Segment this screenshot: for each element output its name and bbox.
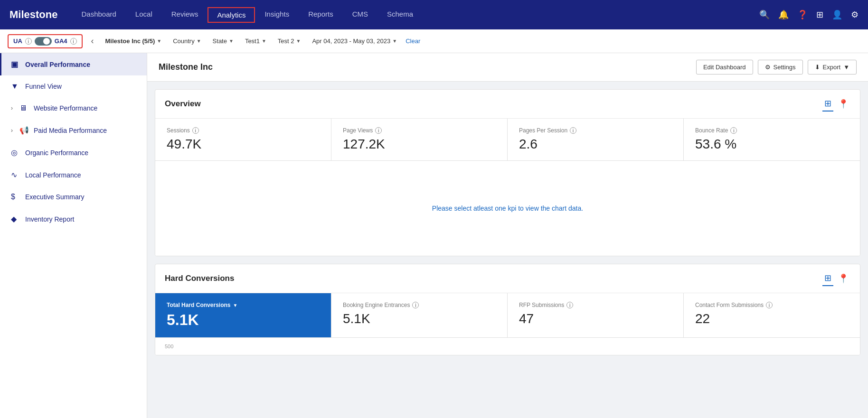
sessions-info-icon[interactable]: i [192,127,199,134]
brand-logo[interactable]: Milestone [9,9,57,21]
overview-view-icons: ⊞ 📍 [822,96,850,111]
total-hard-dropdown-icon[interactable]: ▼ [233,303,237,308]
pps-info-icon[interactable]: i [570,127,576,134]
hard-conversions-header: Hard Conversions ⊞ 📍 [155,264,860,293]
main-content: Milestone Inc Edit Dashboard ⚙ Settings … [147,53,868,418]
nav-reports[interactable]: Reports [299,6,343,23]
nav-insights[interactable]: Insights [255,6,299,23]
sidebar-label-executive: Executive Summary [25,193,84,201]
back-button[interactable]: ‹ [88,35,97,47]
hard-conv-kpi-grid: Total Hard Conversions ▼ 5.1K Booking En… [155,293,860,338]
test1-filter[interactable]: Test1 ▼ [242,36,269,46]
bell-icon[interactable]: 🔔 [778,9,789,20]
sidebar-label-organic: Organic Performance [25,149,88,157]
chart-message: Please select atleast one kpi to view th… [432,204,583,212]
sidebar-item-paid-media[interactable]: › 📢 Paid Media Performance [0,119,147,141]
nav-cms[interactable]: CMS [343,6,377,23]
sidebar-item-organic-performance[interactable]: ◎ Organic Performance [0,141,147,164]
company-filter[interactable]: Milestoe Inc (5/5) ▼ [103,36,165,46]
header-actions: Edit Dashboard ⚙ Settings ⬇ Export ▼ [696,60,857,74]
contact-form-label: Contact Form Submissions i [695,302,849,308]
help-icon[interactable]: ❓ [797,9,808,20]
kpi-sessions-label: Sessions i [167,127,320,134]
kpi-pageviews: Page Views i 127.2K [331,119,508,160]
kpi-total-hard-conversions[interactable]: Total Hard Conversions ▼ 5.1K [155,293,331,338]
company-arrow: ▼ [157,38,161,44]
toggle-switch[interactable] [35,37,52,46]
page-title: Milestone Inc [159,62,213,72]
state-filter[interactable]: State ▼ [210,36,236,46]
settings-gear-icon: ⚙ [765,64,771,71]
test1-label: Test1 [245,37,260,45]
nav-analytics[interactable]: Analytics [208,7,255,23]
settings-button[interactable]: ⚙ Settings [758,60,803,74]
state-label: State [213,37,227,45]
daterange-filter[interactable]: Apr 04, 2023 - May 03, 2023 ▼ [309,36,400,46]
kpi-booking-entrances: Booking Engine Entrances i 5.1K [331,293,508,338]
rfp-value: 47 [519,311,672,326]
sidebar-label-local: Local Performance [25,171,81,179]
country-label: Country [173,37,195,45]
rfp-info-icon[interactable]: i [566,302,573,308]
kpi-bounce-rate-label: Bounce Rate i [695,127,849,134]
funnel-view-icon: ▼ [11,82,20,91]
sidebar-item-funnel-view[interactable]: ▼ Funnel View [0,75,147,97]
edit-dashboard-button[interactable]: Edit Dashboard [696,60,753,74]
ga4-label: GA4 [55,37,67,45]
nav-local[interactable]: Local [126,6,162,23]
overview-chart-placeholder: Please select atleast one kpi to view th… [155,161,860,256]
ua-info-icon[interactable]: i [25,38,32,45]
executive-summary-icon: $ [11,193,20,201]
settings-icon[interactable]: ⚙ [851,9,859,20]
hard-conversions-title: Hard Conversions [165,274,234,283]
expand-icon-website: › [11,105,13,111]
map-view-icon[interactable]: 📍 [836,97,850,111]
app-body: ▣ Overall Performance ▼ Funnel View › 🖥 … [0,53,868,418]
hard-conv-map-icon[interactable]: 📍 [836,271,850,286]
kpi-bounce-rate: Bounce Rate i 53.6 % [684,119,860,160]
filter-bar: UA i GA4 i ‹ Milestoe Inc (5/5) ▼ Countr… [0,29,868,53]
booking-info-icon[interactable]: i [412,302,419,308]
sidebar-label-overall: Overall Performance [25,61,90,68]
local-performance-icon: ∿ [11,170,20,179]
kpi-pageviews-label: Page Views i [343,127,496,134]
settings-label: Settings [774,64,796,71]
contact-form-info-icon[interactable]: i [766,302,773,308]
user-icon[interactable]: 👤 [832,9,842,20]
country-filter[interactable]: Country ▼ [170,36,204,46]
bounce-info-icon[interactable]: i [730,127,737,134]
test2-label: Test 2 [278,37,294,45]
sidebar-label-paid: Paid Media Performance [34,127,107,134]
website-performance-icon: 🖥 [19,104,29,112]
sidebar-item-website-performance[interactable]: › 🖥 Website Performance [0,97,147,119]
sidebar-item-inventory-report[interactable]: ◆ Inventory Report [0,208,147,230]
total-hard-value: 5.1K [167,311,320,329]
sidebar-item-overall-performance[interactable]: ▣ Overall Performance [0,53,147,75]
rfp-label: RFP Submissions i [519,302,672,308]
top-navigation: Milestone Dashboard Local Reviews Analyt… [0,0,868,29]
pageviews-info-icon[interactable]: i [375,127,382,134]
grid-icon[interactable]: ⊞ [816,9,823,20]
test2-filter[interactable]: Test 2 ▼ [275,36,304,46]
sidebar-item-local-performance[interactable]: ∿ Local Performance [0,164,147,186]
ga4-info-icon[interactable]: i [70,38,77,45]
table-view-icon[interactable]: ⊞ [822,96,833,111]
kpi-bounce-rate-value: 53.6 % [695,137,849,152]
export-button[interactable]: ⬇ Export ▼ [808,60,857,74]
kpi-rfp-submissions: RFP Submissions i 47 [508,293,684,338]
sidebar-item-executive-summary[interactable]: $ Executive Summary [0,186,147,208]
hard-conv-table-icon[interactable]: ⊞ [822,271,833,286]
kpi-pages-per-session-label: Pages Per Session i [519,127,672,134]
nav-dashboard[interactable]: Dashboard [72,6,125,23]
clear-button[interactable]: Clear [406,37,420,45]
export-label: Export [823,64,841,71]
nav-schema[interactable]: Schema [377,6,423,23]
country-arrow: ▼ [197,38,201,44]
test2-arrow: ▼ [296,38,301,44]
search-icon[interactable]: 🔍 [759,9,770,20]
nav-links: Dashboard Local Reviews Analytics Insigh… [72,6,759,23]
inventory-report-icon: ◆ [11,214,20,223]
company-name: Milestoe Inc (5/5) [105,37,155,45]
nav-reviews[interactable]: Reviews [162,6,208,23]
chart-bottom-label: 500 [165,344,173,349]
